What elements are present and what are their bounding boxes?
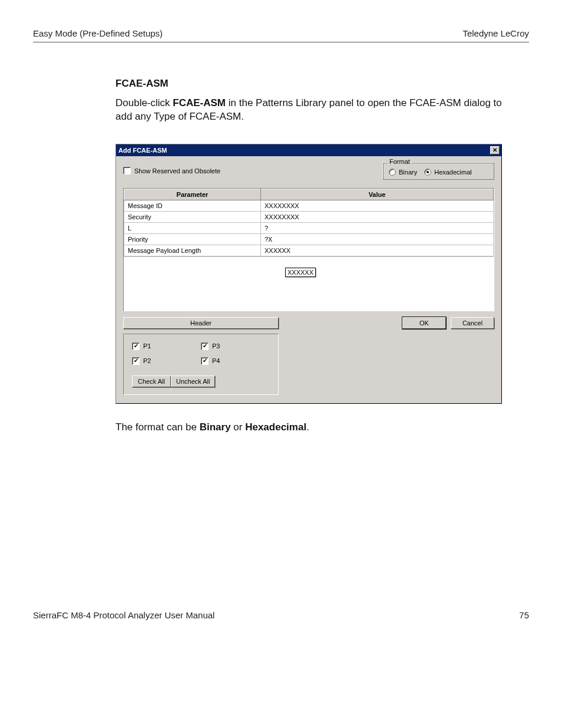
format-caption: The format can be Binary or Hexadecimal.	[115, 421, 511, 433]
format-hex-radio[interactable]: Hexadecimal	[424, 169, 472, 176]
checkbox-icon	[123, 167, 131, 174]
table-row[interactable]: L ?	[124, 222, 494, 233]
check-all-button[interactable]: Check All	[132, 375, 171, 387]
footer-left: SierraFC M8-4 Protocol Analyzer User Man…	[33, 610, 214, 620]
port-p2-checkbox[interactable]: ✔ P2	[132, 357, 201, 365]
port-p3-checkbox[interactable]: ✔ P3	[201, 342, 270, 350]
checkbox-icon: ✔	[201, 357, 209, 365]
dialog-title: Add FCAE-ASM	[118, 147, 167, 154]
value-editor-area: XXXXXX	[124, 256, 494, 311]
format-binary-radio[interactable]: Binary	[389, 169, 417, 176]
table-row[interactable]: Message Payload Length XXXXXX	[124, 245, 494, 256]
format-group: Format Binary Hexadecimal	[382, 162, 494, 180]
ports-panel: ✔ P1 ✔ P3 ✔ P2	[123, 334, 279, 395]
checkbox-icon: ✔	[201, 342, 209, 350]
table-row[interactable]: Security XXXXXXXX	[124, 211, 494, 222]
table-row[interactable]: Message ID XXXXXXXX	[124, 200, 494, 211]
parameter-table: Parameter Value Message ID XXXXXXXX Secu…	[124, 189, 494, 256]
port-p1-checkbox[interactable]: ✔ P1	[132, 342, 201, 350]
uncheck-all-button[interactable]: Uncheck All	[171, 375, 215, 387]
format-binary-label: Binary	[399, 169, 417, 176]
cancel-button[interactable]: Cancel	[451, 317, 494, 329]
port-p4-checkbox[interactable]: ✔ P4	[201, 357, 270, 365]
footer-page-number: 75	[519, 610, 529, 620]
page-footer: SierraFC M8-4 Protocol Analyzer User Man…	[33, 610, 529, 620]
table-row[interactable]: Priority ?X	[124, 233, 494, 245]
header-button[interactable]: Header	[123, 317, 279, 329]
value-editor-input[interactable]: XXXXXX	[285, 268, 316, 277]
col-parameter[interactable]: Parameter	[124, 189, 261, 200]
col-value[interactable]: Value	[261, 189, 494, 200]
checkbox-icon: ✔	[132, 357, 140, 365]
close-button[interactable]: ✕	[490, 146, 500, 154]
dialog-titlebar: Add FCAE-ASM ✕	[116, 144, 501, 156]
checkbox-icon: ✔	[132, 342, 140, 350]
show-reserved-label: Show Reserved and Obsolete	[134, 167, 220, 174]
header-right: Teledyne LeCroy	[462, 28, 529, 38]
header-left: Easy Mode (Pre-Defined Setups)	[33, 28, 163, 38]
show-reserved-checkbox[interactable]: Show Reserved and Obsolete	[123, 167, 220, 174]
ok-button[interactable]: OK	[402, 317, 446, 329]
radio-icon	[424, 169, 431, 176]
section-intro: Double-click FCAE-ASM in the Patterns Li…	[115, 97, 511, 124]
close-icon: ✕	[492, 147, 497, 153]
page-header: Easy Mode (Pre-Defined Setups) Teledyne …	[33, 28, 529, 42]
radio-icon	[389, 169, 396, 176]
section-title: FCAE-ASM	[115, 78, 511, 90]
add-fcae-asm-dialog: Add FCAE-ASM ✕ Show Reserved and Obsolet…	[115, 144, 502, 404]
format-hex-label: Hexadecimal	[434, 169, 472, 176]
format-legend: Format	[388, 158, 412, 165]
